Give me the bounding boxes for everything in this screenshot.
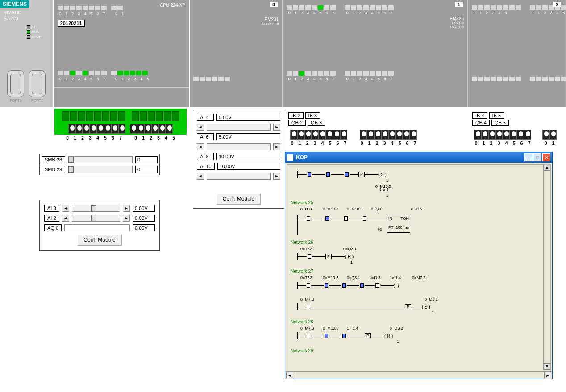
slot-0: 0 EM231 AI 4x12 Bit xyxy=(189,0,283,107)
kop-window[interactable]: KOP _ □ ✕ P ( S ) 1 0=M10.5 ( S ) 1 Netw… xyxy=(285,152,553,379)
comm-ports: PORT0 PORT1 xyxy=(0,66,53,107)
qb5-label: QB 5 xyxy=(491,120,509,126)
maximize-btn[interactable]: □ xyxy=(533,153,541,161)
smb29-label: SMB 29 xyxy=(42,166,65,173)
sf-led xyxy=(27,25,30,29)
ai2-label: AI 2 xyxy=(44,215,59,222)
io-bytes-mod2: IB 4 IB 5 QB 4 QB 5 01234567 01 xyxy=(472,112,557,146)
ai2-val: 0.00V xyxy=(133,215,155,222)
ai2-left-btn[interactable]: ◄ xyxy=(62,215,69,222)
slot-0-sub: AI 4x12 Bit xyxy=(193,22,279,26)
sf-label: SF xyxy=(32,25,36,29)
ai10-val: 10.00V xyxy=(217,163,280,170)
port0-connector[interactable] xyxy=(7,70,24,97)
qb3-label: QB 3 xyxy=(308,120,325,126)
smb-panel: SMB 28 0 SMB 29 0 xyxy=(39,154,160,175)
smb29-val: 0 xyxy=(135,166,158,173)
aq0-val: 0.00V xyxy=(133,224,155,231)
slot-2-num: 2 xyxy=(553,2,561,7)
kop-body[interactable]: P ( S ) 1 0=M10.5 ( S ) 1 Network 25 0=I… xyxy=(287,164,551,377)
slot-0-label: EM231 xyxy=(193,17,279,22)
ai6-label: AI 6 xyxy=(197,133,214,140)
plc-rack: SIEMENS SIMATIC S7-200 SF RUN STOP PORT0… xyxy=(0,0,566,107)
slot-0-num: 0 xyxy=(270,2,278,7)
product-name: SIMATIC S7-200 xyxy=(0,8,53,23)
stop-label: STOP xyxy=(32,35,42,39)
conf-module-cpu-btn[interactable]: Conf. Module xyxy=(77,234,121,246)
ai2-right-btn[interactable]: ► xyxy=(123,215,130,222)
cpu-terminal-strip xyxy=(54,109,187,135)
ai8-label: AI 8 xyxy=(197,153,214,160)
io-bytes-mod1: IB 2 IB 3 QB 2 QB 3 01234567 01234567 xyxy=(288,112,419,146)
ai0-slider[interactable] xyxy=(72,205,120,212)
minimize-btn[interactable]: _ xyxy=(524,153,533,161)
conf-module-slot0-btn[interactable]: Conf. Module xyxy=(216,193,261,205)
slot-2: 2 012345 012345 xyxy=(468,0,566,107)
run-label: RUN xyxy=(32,30,39,34)
ai10-right-btn[interactable]: ► xyxy=(273,173,280,180)
slot-1-sub: 16 x I D 16 x Q D xyxy=(449,21,464,29)
ai0-label: AI 0 xyxy=(44,205,59,212)
qb2-label: QB 2 xyxy=(288,120,306,126)
kop-title-text: KOP xyxy=(296,154,524,161)
port0-label: PORT0 xyxy=(7,99,24,103)
aq0-label: AQ 0 xyxy=(44,224,62,231)
ai6-left-btn[interactable]: ◄ xyxy=(197,143,204,150)
aq0-bar xyxy=(64,224,130,231)
vscroll-down-btn[interactable]: ▼ xyxy=(544,363,550,370)
hscroll-left-btn[interactable]: ◄ xyxy=(286,372,293,379)
ai2-slider[interactable] xyxy=(72,215,120,222)
network-26-label: Network 26 xyxy=(291,240,547,245)
smb28-slider[interactable] xyxy=(68,156,133,163)
ib4-label: IB 4 xyxy=(472,112,487,119)
cpu-display: 20120211 xyxy=(58,20,85,27)
ai0-right-btn[interactable]: ► xyxy=(123,205,130,212)
ai10-left-btn[interactable]: ◄ xyxy=(197,173,204,180)
ai4-label: AI 4 xyxy=(197,114,214,121)
port1-label: PORT1 xyxy=(29,99,46,103)
smb29-slider[interactable] xyxy=(68,166,133,173)
status-led-block: SF RUN STOP xyxy=(0,23,53,41)
smb28-val: 0 xyxy=(135,156,158,163)
slot-1-label: EM223 xyxy=(449,16,464,21)
network-29-label: Network 29 xyxy=(291,348,547,353)
ib3-label: IB 3 xyxy=(305,112,320,119)
ai6-val: 5.00V xyxy=(216,133,280,140)
run-led xyxy=(27,30,30,34)
ai4-val: 0.00V xyxy=(216,114,280,121)
kop-icon xyxy=(287,154,293,161)
kop-hscroll[interactable]: ◄ ► xyxy=(285,371,552,379)
vscroll-up-btn[interactable]: ▲ xyxy=(544,165,550,171)
network-25-label: Network 25 xyxy=(291,200,547,205)
kop-titlebar[interactable]: KOP _ □ ✕ xyxy=(285,152,552,163)
close-btn[interactable]: ✕ xyxy=(542,153,550,161)
cpu-label: CPU 224 XP xyxy=(160,3,185,8)
slot-1-num: 1 xyxy=(455,2,463,7)
slot-1: 1 01234567 01234567 EM223 16 x I D 16 x … xyxy=(283,0,468,107)
cpu-slot: 01234567 01 20120211 CPU 224 XP 01234567… xyxy=(54,0,189,107)
cpu-info-panel: SIEMENS SIMATIC S7-200 SF RUN STOP PORT0… xyxy=(0,0,54,107)
ai0-val: 0.00V xyxy=(133,205,155,212)
ai6-right-btn[interactable]: ► xyxy=(273,143,280,150)
ton-block: INTON PT100 ms 60 xyxy=(387,215,410,233)
ai4-left-btn[interactable]: ◄ xyxy=(197,124,204,131)
smb28-label: SMB 28 xyxy=(42,156,65,163)
ai0-left-btn[interactable]: ◄ xyxy=(62,205,69,212)
network-28-label: Network 28 xyxy=(291,319,547,324)
brand-logo: SIEMENS xyxy=(0,0,29,8)
qb4-label: QB 4 xyxy=(472,120,490,126)
ib2-label: IB 2 xyxy=(288,112,304,119)
ai4-right-btn[interactable]: ► xyxy=(273,124,280,131)
network-27-label: Network 27 xyxy=(291,269,547,274)
hscroll-right-btn[interactable]: ► xyxy=(544,372,551,379)
ai6-slider[interactable] xyxy=(207,143,271,150)
stop-led xyxy=(27,35,30,39)
port1-connector[interactable] xyxy=(29,70,46,97)
ai8-val: 10.00V xyxy=(216,153,280,160)
ib5-label: IB 5 xyxy=(489,112,504,119)
ai10-label: AI 10 xyxy=(197,163,215,170)
ai-panel-cpu: AI 0 ◄ ► 0.00V AI 2 ◄ ► 0.00V AQ 0 0.00V… xyxy=(39,200,160,251)
ai4-slider[interactable] xyxy=(207,124,271,131)
ai10-slider[interactable] xyxy=(207,173,271,180)
kop-vscroll[interactable]: ▲ ▼ xyxy=(543,165,550,370)
